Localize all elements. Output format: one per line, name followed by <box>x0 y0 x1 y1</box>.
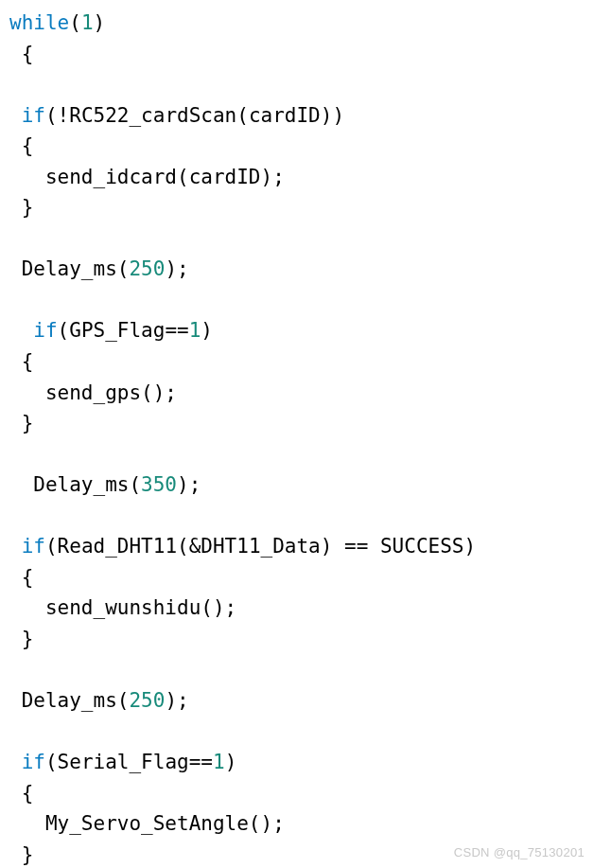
keyword-while: while <box>9 11 69 34</box>
keyword-if: if <box>22 104 45 127</box>
keyword-if: if <box>22 535 45 558</box>
keyword-if: if <box>33 319 57 342</box>
brace-close: } <box>9 412 33 434</box>
call-send-wunshidu: send_wunshidu(); <box>9 596 236 619</box>
call-delay-ms: Delay_ms( <box>9 689 129 712</box>
call-send-idcard: send_idcard(cardID); <box>9 166 285 188</box>
paren-open: ( <box>69 11 81 34</box>
paren-close: ) <box>94 11 106 34</box>
brace-open: { <box>9 566 33 589</box>
text: ); <box>165 689 188 712</box>
call-servo-setangle: My_Servo_SetAngle(); <box>9 812 285 835</box>
brace-close: } <box>9 843 33 866</box>
keyword-if: if <box>22 751 45 773</box>
literal-250: 250 <box>129 257 165 280</box>
literal-1: 1 <box>213 751 225 773</box>
literal-1: 1 <box>81 11 94 34</box>
brace-open: { <box>9 134 33 157</box>
if-gps-cond-a: (GPS_Flag== <box>58 319 189 342</box>
if-serial-cond-b: ) <box>225 751 237 773</box>
code-block: while(1) { if(!RC522_cardScan(cardID)) {… <box>9 8 585 868</box>
call-delay-ms: Delay_ms( <box>9 257 129 280</box>
if-gps-cond-b: ) <box>201 319 213 342</box>
if-cardscan-cond: (!RC522_cardScan(cardID)) <box>45 104 344 127</box>
literal-350: 350 <box>141 473 177 496</box>
brace-open: { <box>9 43 33 65</box>
text: ); <box>177 473 201 496</box>
call-delay-ms: Delay_ms( <box>9 473 141 496</box>
literal-1: 1 <box>189 319 201 342</box>
brace-close: } <box>9 196 33 219</box>
call-send-gps: send_gps(); <box>9 381 177 404</box>
brace-open: { <box>9 350 33 373</box>
if-dht11-cond: (Read_DHT11(&DHT11_Data) == SUCCESS) <box>45 535 476 558</box>
brace-open: { <box>9 782 33 805</box>
brace-close: } <box>9 628 33 650</box>
literal-250: 250 <box>129 689 165 712</box>
text: ); <box>165 257 188 280</box>
if-serial-cond-a: (Serial_Flag== <box>45 751 213 773</box>
watermark-text: CSDN @qq_75130201 <box>454 843 585 862</box>
